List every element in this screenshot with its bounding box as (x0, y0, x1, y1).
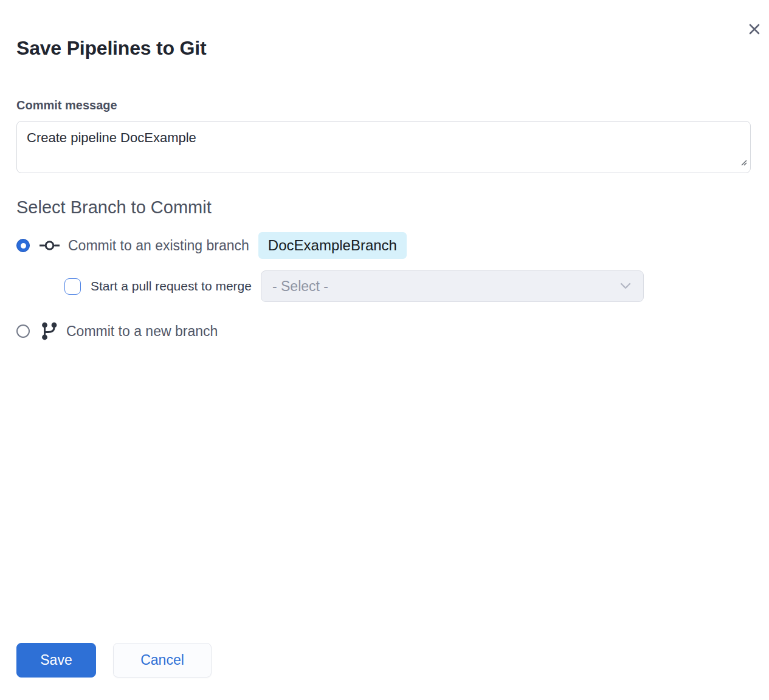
commit-message-label: Commit message (16, 98, 751, 112)
new-branch-label: Commit to a new branch (66, 323, 218, 340)
commit-message-input[interactable]: Create pipeline DocExample (16, 121, 751, 173)
git-branch-icon (41, 321, 58, 341)
merge-target-select[interactable]: - Select - (261, 270, 644, 302)
commit-message-field-wrap: Create pipeline DocExample (16, 121, 751, 173)
new-branch-radio[interactable] (16, 324, 30, 338)
dialog-footer: Save Cancel (16, 643, 751, 678)
save-button[interactable]: Save (16, 643, 96, 678)
pull-request-label: Start a pull request to merge (91, 279, 252, 293)
pull-request-checkbox[interactable] (64, 278, 81, 295)
chevron-down-icon (620, 283, 631, 290)
merge-target-select-value: - Select - (272, 278, 328, 295)
close-button[interactable] (746, 21, 763, 38)
existing-branch-label: Commit to an existing branch (68, 238, 249, 254)
git-commit-icon (40, 238, 60, 253)
page-title: Save Pipelines to Git (16, 36, 751, 60)
new-branch-row: Commit to a new branch (16, 321, 751, 341)
existing-branch-row: Commit to an existing branch DocExampleB… (16, 232, 751, 259)
cancel-button[interactable]: Cancel (113, 643, 212, 678)
existing-branch-radio[interactable] (16, 239, 30, 252)
branch-name-badge: DocExampleBranch (258, 232, 407, 259)
pull-request-row: Start a pull request to merge - Select - (64, 270, 751, 302)
close-x-icon (748, 22, 761, 36)
select-branch-heading: Select Branch to Commit (16, 197, 751, 218)
